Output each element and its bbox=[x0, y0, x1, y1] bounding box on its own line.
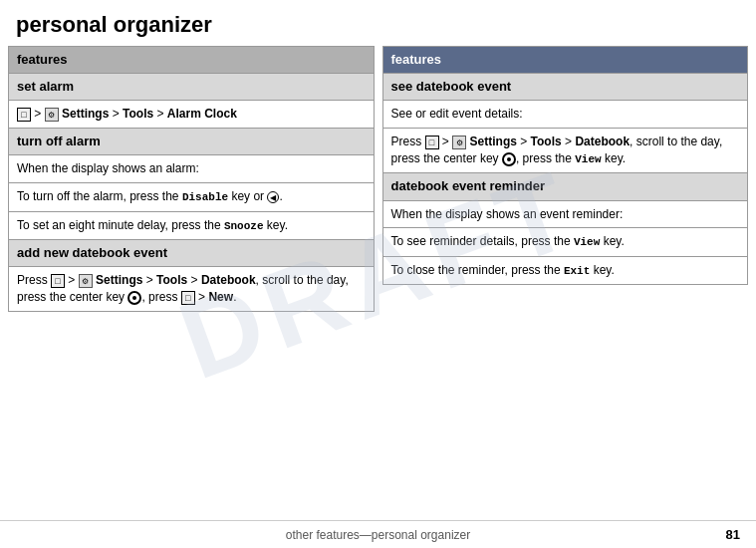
view-key-label: View bbox=[575, 153, 601, 165]
right-feature-table: features see datebook event See or edit … bbox=[382, 46, 749, 285]
footer-center-text: other features—personal organizer bbox=[197, 528, 560, 542]
turn-off-alarm-snooze-row: To set an eight minute delay, press the … bbox=[9, 211, 375, 239]
add-datebook-title-row: add new datebook event bbox=[9, 239, 375, 266]
turn-off-alarm-snooze: To set an eight minute delay, press the … bbox=[9, 211, 375, 239]
set-alarm-nav-row: □ > ⚙ Settings > Tools > Alarm Clock bbox=[9, 101, 375, 129]
see-datebook-nav-cell: Press □ > ⚙ Settings > Tools > Datebook,… bbox=[382, 129, 748, 173]
back-button-icon: ◀ bbox=[267, 191, 279, 203]
add-datebook-nav-row: Press □ > ⚙ Settings > Tools > Datebook,… bbox=[9, 267, 375, 312]
see-datebook-desc: See or edit event details: bbox=[382, 101, 748, 129]
menu-btn-left: □ bbox=[51, 274, 65, 288]
left-column: features set alarm □ > ⚙ Settings > Tool… bbox=[8, 46, 378, 312]
datebook-reminder-desc: When the display shows an event reminder… bbox=[382, 200, 748, 228]
add-datebook-nav-cell: Press □ > ⚙ Settings > Tools > Datebook,… bbox=[9, 267, 375, 312]
settings-icon-3: ⚙ bbox=[452, 136, 466, 149]
settings-icon: ⚙ bbox=[45, 108, 59, 122]
turn-off-alarm-title-row: turn off alarm bbox=[9, 129, 375, 155]
datebook-reminder-exit-row: To close the reminder, press the Exit ke… bbox=[382, 256, 748, 284]
add-datebook-title: add new datebook event bbox=[9, 239, 375, 266]
left-table-header: features bbox=[9, 47, 375, 74]
set-alarm-title: set alarm bbox=[9, 74, 375, 101]
exit-key-label: Exit bbox=[564, 265, 590, 277]
center-key-icon bbox=[127, 291, 141, 305]
menu-btn-right: □ bbox=[425, 136, 439, 149]
left-header-cell: features bbox=[9, 47, 375, 74]
see-datebook-title: see datebook event bbox=[382, 74, 748, 101]
right-column: features see datebook event See or edit … bbox=[378, 46, 749, 312]
see-datebook-title-row: see datebook event bbox=[382, 74, 748, 101]
disable-key-label: Disable bbox=[182, 191, 228, 203]
turn-off-alarm-desc-row: When the display shows an alarm: bbox=[9, 155, 375, 183]
datebook-reminder-view: To see reminder details, press the View … bbox=[382, 228, 748, 256]
see-datebook-desc-row: See or edit event details: bbox=[382, 101, 748, 129]
datebook-reminder-view-row: To see reminder details, press the View … bbox=[382, 228, 748, 256]
snooze-key-label: Snooze bbox=[224, 220, 264, 232]
see-datebook-nav-row: Press □ > ⚙ Settings > Tools > Datebook,… bbox=[382, 129, 748, 173]
page-number: 81 bbox=[559, 527, 740, 542]
center-key-icon-2 bbox=[502, 152, 516, 166]
turn-off-alarm-disable: To turn off the alarm, press the Disable… bbox=[9, 183, 375, 211]
set-alarm-title-row: set alarm bbox=[9, 74, 375, 101]
content-area: features set alarm □ > ⚙ Settings > Tool… bbox=[0, 46, 756, 312]
turn-off-alarm-title: turn off alarm bbox=[9, 129, 375, 155]
turn-off-alarm-desc: When the display shows an alarm: bbox=[9, 155, 375, 183]
settings-icon-2: ⚙ bbox=[79, 274, 93, 288]
turn-off-alarm-disable-row: To turn off the alarm, press the Disable… bbox=[9, 183, 375, 211]
menu-button-icon: □ bbox=[17, 108, 31, 122]
datebook-reminder-title: datebook event reminder bbox=[382, 173, 748, 200]
datebook-reminder-exit: To close the reminder, press the Exit ke… bbox=[382, 256, 748, 284]
right-table-header: features bbox=[382, 47, 748, 74]
footer-bar: other features—personal organizer 81 bbox=[0, 520, 756, 548]
view-key-label-2: View bbox=[574, 236, 600, 248]
right-header-cell: features bbox=[382, 47, 748, 74]
datebook-reminder-desc-row: When the display shows an event reminder… bbox=[382, 200, 748, 228]
set-alarm-nav-cell: □ > ⚙ Settings > Tools > Alarm Clock bbox=[9, 101, 375, 129]
left-feature-table: features set alarm □ > ⚙ Settings > Tool… bbox=[8, 46, 375, 312]
datebook-reminder-title-row: datebook event reminder bbox=[382, 173, 748, 200]
menu-btn-left-2: □ bbox=[181, 291, 195, 305]
page-title: personal organizer bbox=[0, 0, 756, 46]
